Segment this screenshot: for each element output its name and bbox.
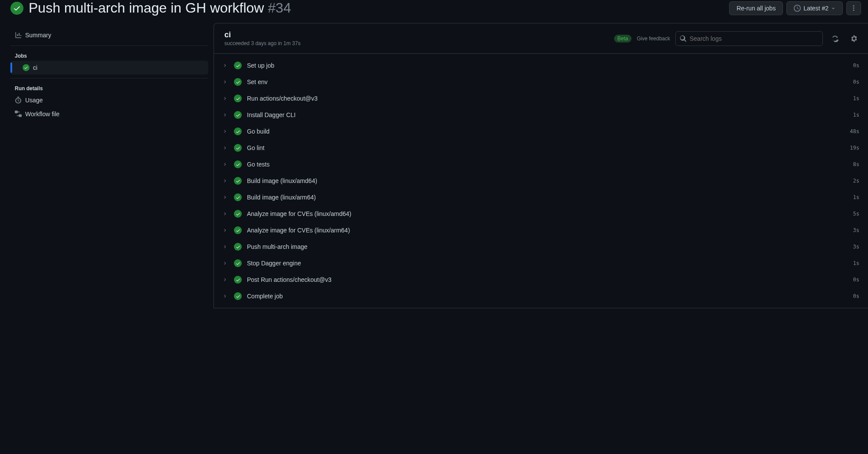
step-row[interactable]: Install Dagger CLI1s	[217, 107, 865, 123]
beta-badge: Beta	[614, 35, 632, 42]
divider	[10, 46, 208, 46]
sidebar-item-summary[interactable]: Summary	[10, 28, 208, 42]
workflow-icon	[15, 111, 22, 118]
chevron-right-icon	[223, 146, 229, 150]
chevron-right-icon	[223, 113, 229, 117]
workflow-header: Push multi-arch image in GH workflow #34…	[0, 0, 868, 23]
latest-run-label: Latest #2	[803, 5, 829, 12]
chevron-right-icon	[223, 63, 229, 68]
step-duration-label: 3s	[853, 244, 859, 250]
chevron-right-icon	[223, 195, 229, 199]
check-icon	[234, 62, 242, 69]
step-duration-label: 48s	[850, 128, 859, 134]
step-row[interactable]: Go tests8s	[217, 156, 865, 173]
check-icon	[234, 177, 242, 185]
check-icon	[234, 95, 242, 102]
chevron-right-icon	[223, 245, 229, 249]
rerun-all-jobs-button[interactable]: Re-run all jobs	[729, 1, 783, 15]
header-actions: Re-run all jobs Latest #2	[729, 1, 861, 15]
workflow-status-success-icon	[10, 2, 23, 15]
chevron-right-icon	[223, 278, 229, 282]
refresh-button[interactable]	[828, 32, 842, 46]
step-duration-label: 0s	[853, 62, 859, 69]
sidebar-item-workflow-file[interactable]: Workflow file	[10, 107, 208, 121]
step-row[interactable]: Push multi-arch image3s	[217, 238, 865, 255]
settings-button[interactable]	[847, 32, 861, 46]
divider	[10, 78, 208, 78]
step-duration-label: 0s	[853, 277, 859, 283]
workflow-file-label: Workflow file	[25, 111, 59, 118]
give-feedback-link[interactable]: Give feedback	[637, 36, 670, 42]
logs-panel: ci succeeded 3 days ago in 1m 37s Beta G…	[214, 23, 868, 308]
usage-label: Usage	[25, 97, 43, 104]
chevron-right-icon	[223, 212, 229, 216]
step-name-label: Set env	[247, 78, 848, 85]
step-row[interactable]: Analyze image for CVEs (linux/amd64)5s	[217, 206, 865, 222]
steps-list: Set up job0sSet env0sRun actions/checkou…	[214, 54, 868, 308]
step-name-label: Build image (linux/arm64)	[247, 194, 848, 201]
history-icon	[794, 5, 801, 12]
step-row[interactable]: Stop Dagger engine1s	[217, 255, 865, 271]
step-row[interactable]: Set up job0s	[217, 57, 865, 74]
step-name-label: Go lint	[247, 144, 845, 151]
more-actions-button[interactable]	[846, 1, 861, 15]
step-row[interactable]: Build image (linux/amd64)2s	[217, 173, 865, 189]
step-duration-label: 3s	[853, 227, 859, 233]
step-name-label: Install Dagger CLI	[247, 111, 848, 118]
step-row[interactable]: Go build48s	[217, 123, 865, 140]
refresh-icon	[832, 35, 838, 42]
step-row[interactable]: Analyze image for CVEs (linux/arm64)3s	[217, 222, 865, 238]
check-icon	[234, 226, 242, 234]
step-row[interactable]: Build image (linux/arm64)1s	[217, 189, 865, 206]
step-duration-label: 1s	[853, 95, 859, 101]
step-row[interactable]: Complete job0s	[217, 288, 865, 304]
gear-icon	[851, 35, 858, 42]
chevron-right-icon	[223, 228, 229, 232]
chevron-down-icon	[831, 6, 835, 10]
step-duration-label: 0s	[853, 293, 859, 299]
chevron-right-icon	[223, 261, 229, 265]
check-icon	[234, 276, 242, 284]
jobs-heading: Jobs	[10, 49, 208, 61]
check-icon	[234, 292, 242, 300]
search-logs-input[interactable]	[675, 31, 823, 46]
panel-title: ci	[224, 30, 609, 39]
step-duration-label: 1s	[853, 112, 859, 118]
check-icon	[234, 210, 242, 218]
search-wrapper	[675, 31, 823, 46]
chevron-right-icon	[223, 96, 229, 101]
workflow-title: Push multi-arch image in GH workflow #34	[29, 0, 724, 16]
check-icon	[234, 259, 242, 267]
panel-title-group: ci succeeded 3 days ago in 1m 37s	[224, 30, 609, 46]
check-icon	[234, 160, 242, 168]
job-name-label: ci	[33, 64, 37, 71]
sidebar-summary-label: Summary	[25, 32, 51, 39]
step-row[interactable]: Run actions/checkout@v31s	[217, 90, 865, 107]
sidebar-job-ci[interactable]: ci	[10, 61, 208, 75]
step-duration-label: 1s	[853, 260, 859, 266]
check-icon	[234, 144, 242, 152]
stopwatch-icon	[15, 97, 22, 104]
chevron-right-icon	[223, 294, 229, 298]
chevron-right-icon	[223, 162, 229, 167]
step-duration-label: 0s	[853, 79, 859, 85]
step-row[interactable]: Set env0s	[217, 74, 865, 90]
check-icon	[234, 127, 242, 135]
step-duration-label: 5s	[853, 211, 859, 217]
step-duration-label: 2s	[853, 178, 859, 184]
check-icon	[234, 243, 242, 251]
step-name-label: Go tests	[247, 161, 848, 168]
step-row[interactable]: Go lint19s	[217, 140, 865, 156]
search-icon	[680, 35, 687, 42]
sidebar-item-usage[interactable]: Usage	[10, 93, 208, 107]
chevron-right-icon	[223, 129, 229, 134]
step-name-label: Complete job	[247, 293, 848, 300]
step-name-label: Analyze image for CVEs (linux/amd64)	[247, 210, 848, 217]
step-name-label: Push multi-arch image	[247, 243, 848, 250]
latest-run-dropdown[interactable]: Latest #2	[786, 1, 843, 15]
chevron-right-icon	[223, 80, 229, 84]
step-row[interactable]: Post Run actions/checkout@v30s	[217, 271, 865, 288]
step-name-label: Run actions/checkout@v3	[247, 95, 848, 102]
run-details-heading: Run details	[10, 82, 208, 93]
step-duration-label: 1s	[853, 194, 859, 200]
